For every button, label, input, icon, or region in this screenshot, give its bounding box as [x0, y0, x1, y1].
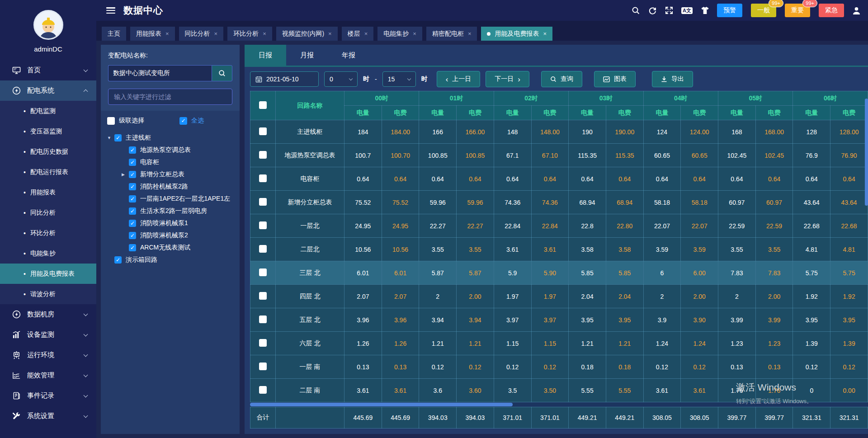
- expander-down-icon[interactable]: ▼: [107, 136, 114, 140]
- tree-checkbox[interactable]: ✓: [129, 183, 136, 190]
- avatar[interactable]: [33, 10, 63, 40]
- prev-day-button[interactable]: ‹ 上一日: [437, 71, 481, 87]
- table-row[interactable]: 六层 北1.261.261.211.211.151.151.211.211.24…: [250, 332, 868, 355]
- tree-node[interactable]: ✓消防栓机械泵2路: [107, 180, 233, 193]
- v-scrollbar-thumb[interactable]: [865, 99, 868, 206]
- date-picker[interactable]: 2021-05-10: [250, 71, 319, 87]
- row-checkbox[interactable]: [259, 198, 267, 206]
- tree-node[interactable]: ✓地源热泵空调总表: [107, 144, 233, 156]
- sidebar-group[interactable]: 设备监测: [0, 325, 96, 345]
- tree-filter-input[interactable]: [108, 89, 232, 105]
- chart-button[interactable]: 图表: [594, 71, 636, 87]
- table-row[interactable]: 四层 北2.072.0722.001.971.972.042.0422.0022…: [250, 285, 868, 308]
- nav-tab[interactable]: 用能及电费报表×: [481, 27, 552, 41]
- language-icon[interactable]: A文: [681, 7, 693, 14]
- tab-close-icon[interactable]: ×: [328, 30, 332, 37]
- alarm-button-重要[interactable]: 重要99+: [785, 4, 810, 17]
- alarm-button-一般[interactable]: 一般99+: [751, 4, 776, 17]
- next-day-button[interactable]: 下一日 ›: [486, 71, 529, 87]
- tree-node[interactable]: ✓生活水泵2路一层弱电房: [107, 205, 233, 217]
- tab-close-icon[interactable]: ×: [214, 30, 218, 37]
- nav-tab[interactable]: 楼层×: [342, 27, 374, 41]
- table-row[interactable]: 二层 南3.613.613.63.603.53.505.555.553.613.…: [250, 379, 868, 402]
- row-checkbox[interactable]: [259, 386, 267, 394]
- row-checkbox[interactable]: [259, 292, 267, 300]
- sidebar-group[interactable]: 数据机房: [0, 304, 96, 325]
- menu-toggle-icon[interactable]: [106, 7, 115, 14]
- tree-node[interactable]: ✓电容柜: [107, 156, 233, 168]
- nav-tab[interactable]: 用能报表×: [130, 27, 175, 41]
- station-input[interactable]: [108, 65, 212, 81]
- tree-checkbox[interactable]: ✓: [129, 232, 136, 239]
- hour-to-select[interactable]: 15: [382, 71, 416, 87]
- report-tab[interactable]: 日报: [245, 45, 286, 66]
- tab-close-icon[interactable]: ×: [413, 30, 416, 37]
- nav-tab[interactable]: 电能集抄×: [377, 27, 422, 41]
- header-checkbox[interactable]: [259, 101, 267, 109]
- table-row[interactable]: 三层 北6.016.015.875.875.95.905.855.8566.00…: [250, 261, 868, 285]
- hour-from-select[interactable]: 0: [324, 71, 358, 87]
- sidebar-item[interactable]: •变压器监测: [0, 121, 96, 141]
- tree-node[interactable]: ✓演示箱回路: [107, 254, 233, 266]
- refresh-icon[interactable]: [648, 6, 657, 15]
- sidebar-item[interactable]: •环比分析: [0, 223, 96, 243]
- h-scrollbar-thumb[interactable]: [250, 403, 513, 406]
- sidebar-item[interactable]: •用能及电费报表: [0, 264, 96, 284]
- nav-tab[interactable]: 同比分析×: [179, 27, 224, 41]
- tree-checkbox[interactable]: ✓: [129, 207, 136, 215]
- sidebar-group[interactable]: 系统设置: [0, 406, 96, 426]
- export-button[interactable]: 导出: [652, 71, 693, 87]
- sidebar-item[interactable]: •电能集抄: [0, 243, 96, 264]
- row-checkbox[interactable]: [259, 127, 267, 135]
- query-button[interactable]: 查询: [541, 71, 582, 87]
- table-row[interactable]: 五层 北3.963.963.943.943.973.973.953.953.93…: [250, 308, 868, 332]
- tab-close-icon[interactable]: ×: [263, 30, 266, 37]
- tab-close-icon[interactable]: ×: [543, 30, 547, 37]
- alarm-button-紧急[interactable]: 紧急: [819, 4, 844, 17]
- cascade-checkbox[interactable]: [107, 117, 115, 125]
- table-row[interactable]: 二层北10.5610.563.553.553.613.613.583.583.5…: [250, 238, 868, 261]
- row-checkbox[interactable]: [259, 245, 267, 253]
- row-checkbox[interactable]: [259, 174, 267, 182]
- sidebar-group[interactable]: 首页: [0, 60, 96, 80]
- row-checkbox[interactable]: [259, 316, 267, 323]
- select-all-checkbox[interactable]: ✓: [179, 117, 187, 125]
- row-checkbox[interactable]: [259, 268, 267, 276]
- report-tab[interactable]: 年报: [328, 45, 369, 66]
- station-search-button[interactable]: [212, 65, 232, 81]
- nav-tab[interactable]: 视频监控(内网)×: [276, 27, 338, 41]
- user-icon[interactable]: [852, 6, 861, 15]
- row-checkbox[interactable]: [259, 363, 267, 370]
- row-checkbox[interactable]: [259, 339, 267, 347]
- tree-checkbox[interactable]: ✓: [114, 134, 122, 141]
- tree-checkbox[interactable]: ✓: [129, 146, 136, 154]
- sidebar-item[interactable]: •配电运行报表: [0, 162, 96, 182]
- fullscreen-icon[interactable]: [665, 6, 674, 15]
- tab-close-icon[interactable]: ×: [468, 30, 472, 37]
- table-row[interactable]: 地源热泵空调总表100.7100.70100.85100.8567.167.10…: [250, 144, 868, 167]
- tree-checkbox[interactable]: ✓: [129, 220, 136, 227]
- table-row[interactable]: 一层北24.9524.9522.2722.2722.8422.8422.822.…: [250, 214, 868, 238]
- tree-node[interactable]: ✓消防喷淋机械泵2: [107, 229, 233, 241]
- alarm-button-预警[interactable]: 预警: [717, 4, 742, 17]
- tree-checkbox[interactable]: ✓: [129, 159, 136, 166]
- nav-tab[interactable]: 精密配电柜×: [426, 27, 477, 41]
- nav-tab[interactable]: 环比分析×: [227, 27, 272, 41]
- tree-node[interactable]: ▼✓主进线柜: [107, 132, 233, 144]
- sidebar-group[interactable]: 事件记录: [0, 386, 96, 406]
- tree-checkbox[interactable]: ✓: [129, 171, 136, 178]
- tree-checkbox[interactable]: ✓: [129, 244, 136, 251]
- theme-shirt-icon[interactable]: [700, 6, 709, 15]
- report-tab[interactable]: 月报: [286, 45, 328, 66]
- tree-node[interactable]: ✓一层南1APE2右一层北1APE1左: [107, 193, 233, 205]
- sidebar-item[interactable]: •配电历史数据: [0, 141, 96, 162]
- row-checkbox[interactable]: [259, 221, 267, 229]
- table-row[interactable]: 一层 南0.130.130.120.120.120.120.180.180.12…: [250, 355, 868, 379]
- sidebar-group[interactable]: 运行环境: [0, 345, 96, 365]
- search-icon[interactable]: [631, 6, 640, 15]
- row-checkbox[interactable]: [259, 151, 267, 159]
- nav-tab[interactable]: 主页: [102, 27, 126, 41]
- sidebar-item[interactable]: •用能报表: [0, 182, 96, 203]
- tree-checkbox[interactable]: ✓: [129, 195, 136, 203]
- tree-node[interactable]: ✓ARCM无线表测试: [107, 241, 233, 254]
